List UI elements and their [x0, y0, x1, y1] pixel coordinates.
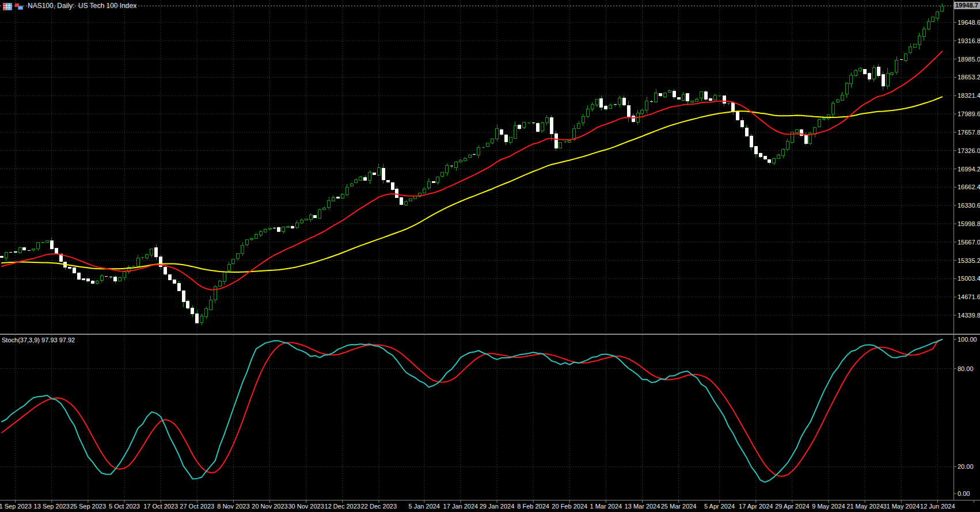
date-axis-label: 8 Nov 2023: [217, 503, 249, 510]
date-axis-label: 1 Mar 2024: [590, 503, 622, 510]
date-axis-label: 17 Jan 2024: [443, 503, 478, 510]
stochastic-axis[interactable]: 100.0080.0020.000.00: [954, 336, 977, 497]
vertical-grid: [16, 0, 938, 499]
stoch-axis-label: 0.00: [958, 490, 970, 497]
date-axis-label: 13 Sep 2023: [34, 503, 70, 510]
chart-window: 19648.619316.818985.018653.218321.417989…: [0, 0, 980, 512]
date-axis-label: 31 May 2024: [883, 503, 920, 510]
fast-ma-line: [2, 51, 942, 289]
price-axis-label: 18985.0: [958, 56, 980, 63]
date-axis-label: 12 Dec 2023: [325, 503, 360, 510]
date-axis-label: 25 Sep 2023: [70, 503, 106, 510]
stoch-axis-label: 20.00: [958, 463, 974, 470]
stoch-axis-label: 80.00: [958, 365, 974, 372]
date-axis-label: 5 Apr 2024: [704, 503, 735, 510]
price-axis-label: 18653.2: [958, 74, 980, 81]
current-price-box: 19948.7: [954, 2, 980, 9]
date-axis-label: 27 Oct 2023: [180, 503, 214, 510]
price-axis-label: 17989.6: [958, 110, 980, 117]
price-axis-label: 19648.6: [958, 19, 980, 26]
date-axis-label: 25 Mar 2024: [661, 503, 697, 510]
price-axis-label: 17657.8: [958, 129, 980, 136]
date-axis-label: 30 Nov 2023: [288, 503, 324, 510]
date-axis-label: 5 Oct 2023: [109, 503, 140, 510]
stoch-axis-label: 100.00: [958, 336, 977, 343]
date-axis-label: 1 Sep 2023: [0, 503, 32, 510]
date-axis[interactable]: 1 Sep 202313 Sep 202325 Sep 20235 Oct 20…: [0, 500, 974, 510]
date-axis-label: 29 Apr 2024: [775, 503, 809, 510]
date-axis-label: 13 Mar 2024: [625, 503, 660, 510]
date-axis-label: 21 May 2024: [846, 503, 883, 510]
candlesticks: [1, 3, 944, 325]
stochastic-signal-line: [2, 339, 942, 476]
price-axis-label: 16662.4: [958, 184, 980, 190]
chart-title-bar: NAS100, Daily: US Tech 100 Index: [3, 1, 136, 10]
price-axis-label: 16994.2: [958, 166, 980, 173]
date-axis-label: 9 May 2024: [812, 503, 845, 510]
main-pane-horizontal-grid: [0, 22, 954, 315]
axis-frame: [0, 0, 980, 500]
price-axis-label: 19316.8: [958, 37, 980, 44]
stochastic-level-lines: [0, 369, 954, 467]
price-axis-label: 15667.0: [958, 239, 980, 246]
price-axis-label: 14339.8: [958, 312, 980, 319]
date-axis-label: 29 Jan 2024: [480, 503, 515, 510]
price-axis-label: 14671.6: [958, 293, 980, 300]
quotes-grid-icon: [3, 2, 12, 10]
date-axis-label: 20 Feb 2024: [552, 503, 587, 510]
price-axis-label: 17326.0: [958, 147, 980, 154]
price-axis-label: 15003.4: [958, 275, 980, 282]
chart-canvas[interactable]: 19648.619316.818985.018653.218321.417989…: [0, 0, 980, 512]
pane-separator[interactable]: [0, 334, 980, 335]
stochastic-indicator-label: Stoch(37,3,9) 97.93 97.92: [2, 337, 75, 343]
slow-ma-line: [2, 97, 942, 272]
date-axis-label: 8 Feb 2024: [517, 503, 549, 510]
date-axis-label: 5 Jan 2024: [409, 503, 440, 510]
chart-window-icon: [14, 2, 24, 10]
date-axis-label: 20 Nov 2023: [252, 503, 287, 510]
chart-title: NAS100, Daily: US Tech 100 Index: [28, 2, 136, 10]
date-axis-label: 17 Oct 2023: [143, 503, 178, 510]
price-axis-label: 15335.2: [958, 257, 980, 264]
date-axis-label: 12 Jun 2024: [920, 503, 955, 510]
price-axis-label: 15998.8: [958, 220, 980, 227]
price-axis[interactable]: 19648.619316.818985.018653.218321.417989…: [954, 19, 980, 319]
price-axis-label: 18321.4: [958, 92, 980, 99]
date-axis-label: 22 Dec 2023: [361, 503, 397, 510]
date-axis-label: 17 Apr 2024: [739, 503, 773, 510]
price-axis-label: 16330.6: [958, 202, 980, 209]
